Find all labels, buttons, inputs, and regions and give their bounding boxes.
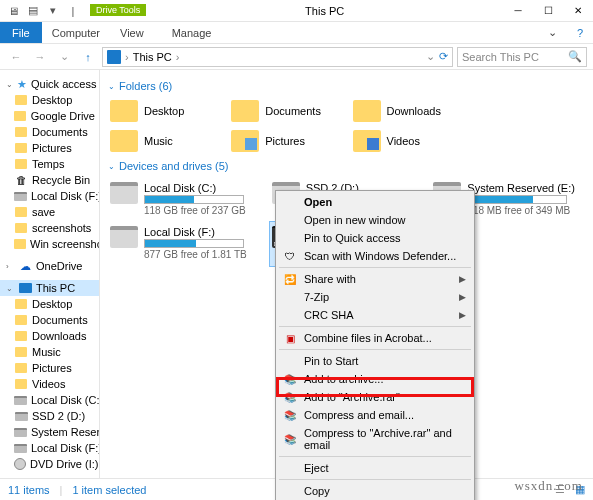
winrar-icon: 📚 [282,407,298,423]
qa-documents[interactable]: Documents [0,124,99,140]
qa-win-screenshots[interactable]: Win screenshots [0,236,99,252]
quick-access-node[interactable]: ⌄★Quick access [0,76,99,92]
onedrive-node[interactable]: ›☁OneDrive [0,258,99,274]
this-pc-icon [107,50,121,64]
back-button[interactable]: ← [6,47,26,67]
qa-local-disk-f[interactable]: Local Disk (F:) [0,188,99,204]
folder-icon [353,100,381,122]
ctx-compress-rar-email[interactable]: 📚Compress to "Archive.rar" and email [278,424,472,454]
folder-icon [110,130,138,152]
pc-documents[interactable]: Documents [0,312,99,328]
view-tab[interactable]: View [110,22,154,43]
breadcrumb-chevron-icon[interactable]: › [176,51,180,63]
status-selected-count: 1 item selected [72,484,146,496]
breadcrumb-this-pc[interactable]: This PC [133,51,172,63]
qa-pictures[interactable]: Pictures [0,140,99,156]
ctx-open[interactable]: Open [278,193,472,211]
search-box[interactable]: Search This PC 🔍 [457,47,587,67]
breadcrumb-chevron-icon[interactable]: › [125,51,129,63]
drive-name: System Reserved (E:) [467,182,575,194]
file-tab[interactable]: File [0,22,42,43]
ctx-copy[interactable]: Copy [278,482,472,500]
ctx-crc-sha[interactable]: CRC SHA▶ [278,306,472,324]
drive-item[interactable]: Local Disk (F:) 877 GB free of 1.81 TB [108,222,262,266]
forward-button[interactable]: → [30,47,50,67]
ctx-pin-quick-access[interactable]: Pin to Quick access [278,229,472,247]
folder-icon [231,130,259,152]
winrar-icon: 📚 [282,371,298,387]
new-folder-icon[interactable]: ▾ [46,4,60,18]
folder-videos[interactable]: Videos [351,128,464,154]
pc-system-reserved-e[interactable]: System Reserved (E:) [0,424,99,440]
maximize-button[interactable]: ☐ [533,0,563,22]
navigation-bar: ← → ⌄ ↑ › This PC › ⌄ ⟳ Search This PC 🔍 [0,44,593,70]
manage-tab[interactable]: Manage [162,22,222,43]
qa-recycle-bin[interactable]: 🗑Recycle Bin [0,172,99,188]
pc-pictures[interactable]: Pictures [0,360,99,376]
folder-icon [353,130,381,152]
status-item-count: 11 items [8,484,50,496]
qa-temps[interactable]: Temps [0,156,99,172]
watermark: wsxdn.com [514,478,583,494]
close-button[interactable]: ✕ [563,0,593,22]
contextual-tab-group: Drive Tools [90,5,146,17]
pc-local-disk-f[interactable]: Local Disk (F:) [0,440,99,456]
ctx-separator [279,456,471,457]
pc-local-disk-c[interactable]: Local Disk (C:) [0,392,99,408]
ctx-separator [279,349,471,350]
qa-google-drive[interactable]: Google Drive [0,108,99,124]
star-icon: ★ [17,77,27,91]
recycle-bin-icon: 🗑 [14,173,28,187]
this-pc-node[interactable]: ⌄This PC [0,280,99,296]
ctx-open-new-window[interactable]: Open in new window [278,211,472,229]
folder-desktop[interactable]: Desktop [108,98,221,124]
folder-pictures[interactable]: Pictures [229,128,342,154]
ctx-eject[interactable]: Eject [278,459,472,477]
properties-icon[interactable]: ▤ [26,4,40,18]
ctx-add-archive[interactable]: 📚Add to archive... [278,370,472,388]
usage-bar [144,195,244,204]
qa-desktop[interactable]: Desktop [0,92,99,108]
qat-separator: | [66,4,80,18]
hard-drive-icon [110,182,138,204]
up-button[interactable]: ↑ [78,47,98,67]
pc-dvd-drive-i[interactable]: DVD Drive (I:) Polish [0,456,99,472]
ctx-share-with[interactable]: 🔁Share with▶ [278,270,472,288]
pc-desktop[interactable]: Desktop [0,296,99,312]
ctx-scan-defender[interactable]: 🛡Scan with Windows Defender... [278,247,472,265]
chevron-down-icon: ⌄ [108,82,115,91]
ctx-compress-email[interactable]: 📚Compress and email... [278,406,472,424]
folder-icon [231,100,259,122]
drive-item[interactable]: Local Disk (C:) 118 GB free of 237 GB [108,178,262,220]
qa-save[interactable]: save [0,204,99,220]
explorer-icon: 🖥 [6,4,20,18]
folder-downloads[interactable]: Downloads [351,98,464,124]
minimize-button[interactable]: ─ [503,0,533,22]
address-bar[interactable]: › This PC › ⌄ ⟳ [102,47,453,67]
usage-bar [467,195,567,204]
pc-ssd-2-d[interactable]: SSD 2 (D:) [0,408,99,424]
ribbon-expand-icon[interactable]: ⌄ [538,22,567,43]
help-icon[interactable]: ? [567,22,593,43]
drives-group-header[interactable]: ⌄Devices and drives (5) [108,160,585,172]
drive-name: Local Disk (F:) [144,226,247,238]
drive-free-space: 118 GB free of 237 GB [144,205,246,216]
folders-group-header[interactable]: ⌄Folders (6) [108,80,585,92]
qa-screenshots[interactable]: screenshots [0,220,99,236]
ctx-7zip[interactable]: 7-Zip▶ [278,288,472,306]
ctx-add-archive-rar[interactable]: 📚Add to "Archive.rar" [278,388,472,406]
refresh-icon[interactable]: ⟳ [439,50,448,63]
winrar-icon: 📚 [282,389,298,405]
pc-videos[interactable]: Videos [0,376,99,392]
recent-dropdown[interactable]: ⌄ [54,47,74,67]
ctx-separator [279,267,471,268]
pc-music[interactable]: Music [0,344,99,360]
ctx-pin-start[interactable]: Pin to Start [278,352,472,370]
address-dropdown-icon[interactable]: ⌄ [426,50,435,63]
ctx-combine-acrobat[interactable]: ▣Combine files in Acrobat... [278,329,472,347]
ribbon-tabs: File Computer View Manage ⌄ ? [0,22,593,44]
pc-downloads[interactable]: Downloads [0,328,99,344]
folder-music[interactable]: Music [108,128,221,154]
computer-tab[interactable]: Computer [42,22,110,43]
folder-documents[interactable]: Documents [229,98,342,124]
